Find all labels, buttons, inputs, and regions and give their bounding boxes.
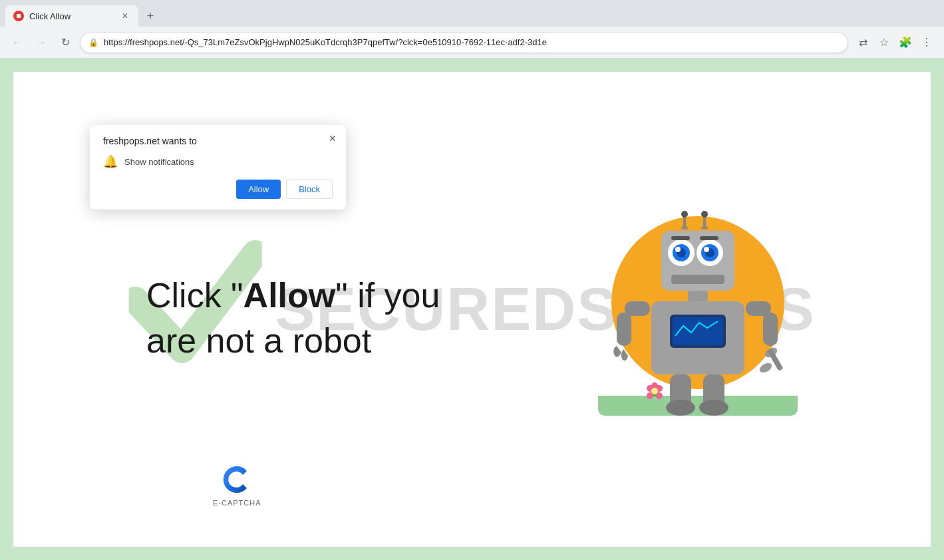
captcha-label: E-CAPTCHA	[213, 499, 261, 507]
back-button[interactable]: ←	[8, 33, 27, 52]
popup-close-button[interactable]: ✕	[326, 132, 339, 145]
svg-point-5	[701, 211, 708, 217]
refresh-button[interactable]: ↻	[56, 33, 75, 52]
svg-rect-23	[617, 313, 631, 346]
main-text-area: Click "Allow" if you are not a robot	[146, 273, 479, 363]
svg-point-32	[699, 400, 728, 416]
allow-bold: Allow	[243, 276, 336, 315]
address-bar: ← → ↻ 🔒 https://freshpops.net/-Qs_73Lm7e…	[0, 27, 944, 59]
popup-row: 🔔 Show notifications	[103, 154, 333, 169]
svg-rect-18	[688, 291, 708, 301]
svg-rect-16	[700, 236, 718, 240]
lock-icon: 🔒	[88, 38, 98, 47]
svg-point-31	[666, 400, 695, 416]
svg-point-14	[704, 247, 709, 252]
browser-window: Click Allow ✕ + ← → ↻ 🔒 https://freshpop…	[0, 0, 944, 560]
tab-bar: Click Allow ✕ +	[0, 0, 944, 27]
svg-rect-15	[671, 236, 690, 240]
svg-rect-17	[671, 275, 724, 284]
toolbar-icons: ⇄ ☆ 🧩 ⋮	[854, 33, 936, 52]
url-text: https://freshpops.net/-Qs_73Lm7eZsvOkPjg…	[104, 37, 840, 47]
svg-rect-25	[763, 313, 778, 346]
click-allow-text-part1: Click "Allow" if you are not a robot	[146, 276, 440, 360]
ecaptcha-section: E-CAPTCHA	[213, 463, 261, 507]
svg-rect-1	[17, 14, 21, 18]
captcha-logo	[220, 463, 253, 496]
popup-domain: freshpops.net wants to	[103, 136, 333, 146]
cast-icon[interactable]: ⇄	[854, 33, 872, 52]
notification-popup: ✕ freshpops.net wants to 🔔 Show notifica…	[90, 125, 346, 210]
active-tab[interactable]: Click Allow ✕	[5, 5, 138, 27]
forward-button[interactable]: →	[32, 33, 51, 52]
svg-point-28	[758, 361, 773, 374]
extensions-icon[interactable]: 🧩	[896, 33, 915, 52]
menu-icon[interactable]: ⋮	[917, 33, 936, 52]
popup-description: Show notifications	[124, 157, 194, 167]
tab-close-button[interactable]: ✕	[120, 11, 130, 21]
svg-rect-21	[673, 317, 723, 345]
svg-point-13	[675, 247, 681, 252]
svg-point-39	[651, 388, 658, 394]
robot-illustration	[598, 203, 798, 416]
tab-favicon	[13, 11, 24, 21]
popup-buttons: Allow Block	[103, 180, 333, 199]
bookmark-icon[interactable]: ☆	[875, 33, 893, 52]
bell-icon: 🔔	[103, 154, 118, 169]
new-tab-button[interactable]: +	[141, 7, 160, 25]
svg-rect-22	[625, 301, 650, 316]
page-content: SECUREDSTATUS Click "Allow" if you are n…	[0, 59, 944, 560]
svg-point-3	[681, 211, 688, 217]
block-button[interactable]: Block	[286, 180, 333, 199]
tab-title: Click Allow	[29, 11, 114, 21]
url-bar[interactable]: 🔒 https://freshpops.net/-Qs_73Lm7eZsvOkP…	[80, 32, 848, 53]
robot-svg	[598, 203, 798, 416]
allow-button[interactable]: Allow	[236, 180, 281, 199]
click-allow-heading: Click "Allow" if you are not a robot	[146, 273, 479, 363]
